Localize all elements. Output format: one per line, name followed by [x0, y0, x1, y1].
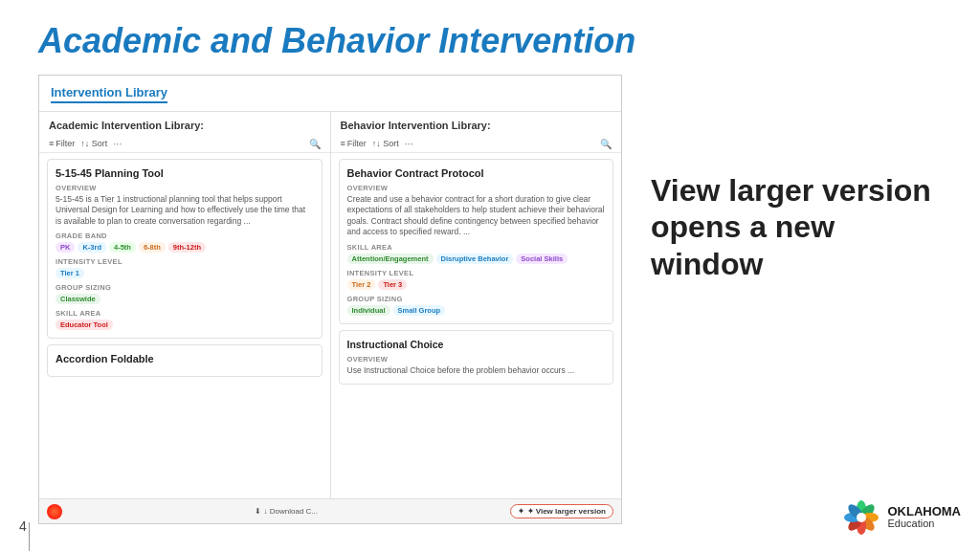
page-divider [29, 522, 30, 551]
page-number: 4 [19, 518, 27, 534]
tag-individual: Individual [347, 305, 390, 316]
right-groupsizing-label: GROUP SIZING [347, 295, 606, 303]
right-overview-label: OVERVIEW [347, 184, 606, 192]
right-card1-title: Behavior Contract Protocol [347, 167, 606, 179]
left-search-icon[interactable]: 🔍 [309, 139, 321, 149]
tag-68th: 6-8th [139, 242, 166, 253]
right-group-tags: Individual Small Group [347, 305, 606, 316]
right-filter-btn[interactable]: ≡ Filter [341, 139, 367, 148]
right-intensity-tags: Tier 2 Tier 3 [347, 279, 606, 290]
filter-label: Filter [56, 139, 75, 148]
left-groupsizing-label: GROUP SIZING [56, 283, 314, 292]
tag-912th: 9th-12th [168, 242, 206, 253]
right-more-btn[interactable]: ··· [405, 138, 413, 149]
left-filter-bar: ≡ Filter ↑↓ Sort ··· 🔍 [39, 135, 330, 153]
left-gradeband-label: GRADE BAND [56, 231, 314, 240]
lib-header: Intervention Library [39, 76, 621, 112]
right-view-larger-btn[interactable]: ✦ ✦ View larger version [510, 504, 613, 518]
tag-k3rd: K-3rd [78, 242, 106, 253]
right-card2-overview-label: OVERVIEW [347, 355, 606, 364]
filter-icon: ≡ [49, 139, 54, 148]
tag-tier2: Tier 2 [347, 279, 376, 290]
oklahoma-logo-icon [841, 497, 881, 538]
oklahoma-text-block: OKLAHOMA Education [887, 505, 961, 529]
right-skill-label: SKILL AREA [347, 243, 606, 252]
tag-attention: Attention/Engagement [347, 253, 434, 264]
tag-disruptive: Disruptive Behavior [436, 253, 514, 264]
left-more-btn[interactable]: ··· [113, 138, 122, 149]
filter-icon-right: ≡ [341, 139, 345, 148]
tag-smallgroup: Small Group [393, 305, 446, 316]
right-bottom-bar: ⬇ ↓ Download C... ✦ ✦ View larger versio… [331, 498, 622, 523]
right-card2-overview-text: Use Instructional Choice before the prob… [347, 365, 606, 376]
left-overview-text: 5-15-45 is a Tier 1 instructional planni… [56, 194, 314, 227]
left-overview-label: OVERVIEW [56, 184, 314, 192]
left-skill-label: SKILL AREA [56, 309, 314, 318]
left-intensity-label: INTENSITY LEVEL [56, 257, 314, 266]
sort-label: ↑↓ Sort [80, 139, 107, 148]
left-column: Academic Intervention Library: ≡ Filter … [39, 112, 331, 524]
oklahoma-state: OKLAHOMA [887, 505, 961, 518]
tag-educator: Educator Tool [56, 320, 113, 330]
left-col-header: Academic Intervention Library: [39, 112, 330, 135]
oklahoma-dept: Education [887, 518, 961, 529]
left-col-content: 5-15-45 Planning Tool OVERVIEW 5-15-45 i… [39, 153, 330, 524]
tag-tier1: Tier 1 [56, 268, 84, 278]
left-grade-tags: PK K-3rd 4-5th 6-8th 9th-12th [56, 242, 314, 253]
sort-label-right: ↑↓ Sort [372, 139, 399, 148]
right-col-header: Behavior Intervention Library: [331, 112, 622, 135]
page-title: Academic and Behavior Intervention [38, 21, 635, 61]
left-filter-btn[interactable]: ≡ Filter [49, 139, 75, 148]
expand-icon-right: ✦ [518, 507, 524, 516]
right-col-content: Behavior Contract Protocol OVERVIEW Crea… [331, 153, 622, 524]
left-skill-tags: Educator Tool [56, 320, 314, 330]
right-search-icon[interactable]: 🔍 [600, 139, 612, 149]
right-card-2: Instructional Choice OVERVIEW Use Instru… [339, 330, 614, 385]
right-overview-text: Create and use a behavior contract for a… [347, 194, 606, 238]
left-sort-btn[interactable]: ↑↓ Sort [80, 139, 107, 148]
svg-point-9 [857, 513, 866, 522]
right-card-1: Behavior Contract Protocol OVERVIEW Crea… [339, 159, 614, 324]
two-cols-layout: Academic Intervention Library: ≡ Filter … [39, 112, 621, 524]
view-larger-label-right: ✦ View larger version [527, 507, 606, 516]
tag-classwide: Classwide [56, 294, 100, 304]
left-card2-title: Accordion Foldable [56, 353, 314, 364]
right-bottom-col: ⬇ ↓ Download C... ✦ ✦ View larger versio… [331, 504, 622, 519]
filter-label-right: Filter [347, 139, 367, 148]
lib-header-title: Intervention Library [51, 85, 167, 103]
tag-45th: 4-5th [109, 242, 136, 253]
left-card1-title: 5-15-45 Planning Tool [56, 167, 314, 179]
right-column: Behavior Intervention Library: ≡ Filter … [331, 112, 622, 524]
right-sort-btn[interactable]: ↑↓ Sort [372, 139, 399, 148]
tag-pk: PK [56, 242, 75, 253]
left-group-tags: Classwide [56, 294, 314, 304]
left-card-1: 5-15-45 Planning Tool OVERVIEW 5-15-45 i… [47, 159, 323, 339]
tag-tier3: Tier 3 [378, 279, 407, 290]
left-intensity-tags: Tier 1 [56, 268, 314, 278]
right-skill-tags: Attention/Engagement Disruptive Behavior… [347, 253, 606, 264]
screenshot-container: Intervention Library Academic Interventi… [38, 75, 622, 524]
tag-social: Social Skills [516, 253, 568, 264]
right-callout: View larger version opens a new window [651, 172, 938, 282]
left-card-2: Accordion Foldable [47, 344, 323, 377]
right-filter-bar: ≡ Filter ↑↓ Sort ··· 🔍 [331, 135, 622, 153]
right-card2-title: Instructional Choice [347, 339, 606, 350]
right-intensity-label: INTENSITY LEVEL [347, 269, 606, 277]
oklahoma-logo-area: OKLAHOMA Education [841, 497, 961, 538]
